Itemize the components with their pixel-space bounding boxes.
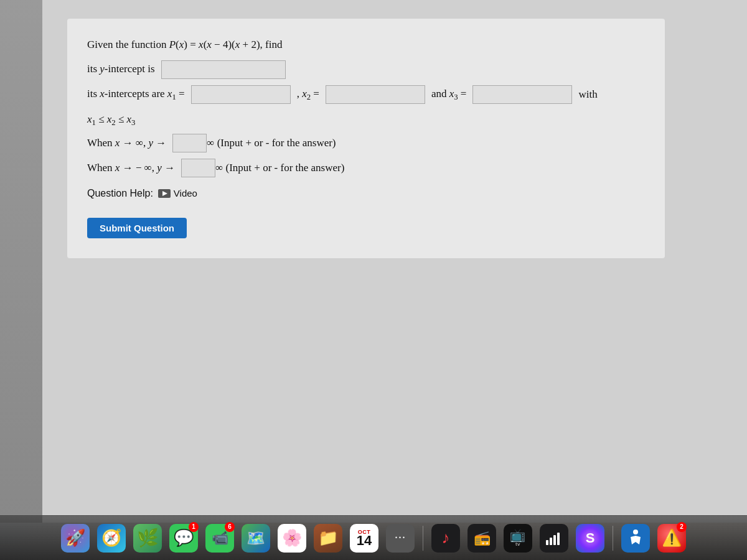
x-intercepts-label: its x-intercepts are x1 = (87, 85, 185, 105)
dots-icon: ··· (386, 524, 415, 553)
submit-button[interactable]: Submit Question (87, 218, 187, 238)
photos2-icon: 🌸 (278, 524, 306, 553)
svg-rect-0 (546, 540, 548, 545)
main-content: Given the function P(x) = x(x − 4)(x + 2… (42, 0, 747, 523)
y-intercept-line: its y-intercept is (87, 60, 645, 79)
pos-inf-line: When x → ∞, y → ∞ (Input + or - for the … (87, 134, 645, 152)
ordering-label: x1 ≤ x2 ≤ x3 (87, 111, 135, 130)
siri-icon: S (576, 524, 604, 553)
svg-rect-1 (550, 538, 552, 545)
dock-item-safari[interactable]: 🧭 (95, 522, 128, 554)
x3-suffix: with (578, 86, 597, 104)
dock-item-photos[interactable]: 🌿 (131, 522, 164, 554)
x1-input[interactable] (191, 85, 291, 104)
video-label: Video (174, 185, 197, 202)
dock-item-more[interactable]: ··· (384, 522, 416, 554)
neg-inf-input[interactable] (181, 159, 215, 177)
dock-item-podcasts[interactable]: 📻 (466, 522, 498, 554)
stocks-icon (540, 524, 568, 553)
svg-rect-3 (557, 533, 560, 545)
question-card: Given the function P(x) = x(x − 4)(x + 2… (67, 19, 665, 258)
dock-item-appletv[interactable]: 📺 tv (502, 522, 534, 554)
x3-input[interactable] (472, 85, 572, 104)
video-button[interactable]: Video (158, 185, 197, 202)
dock-item-photos-library[interactable]: 🌸 (276, 522, 308, 554)
neg-inf-label: When x → − ∞, y → (87, 159, 175, 177)
question-title: Given the function P(x) = x(x − 4)(x + 2… (87, 36, 282, 54)
pos-inf-input[interactable] (172, 134, 207, 152)
calendar-icon: OCT 14 (350, 524, 378, 553)
left-sidebar (0, 0, 42, 523)
dock-separator-1 (423, 526, 423, 551)
x-intercepts-line: its x-intercepts are x1 = , x2 = and x3 … (87, 85, 645, 105)
dock-item-maps[interactable]: 🗺️ (240, 522, 272, 554)
messages-badge: 1 (189, 522, 199, 532)
accessibility-figure-icon (626, 528, 646, 548)
desktop: Given the function P(x) = x(x − 4)(x + 2… (0, 0, 747, 560)
podcasts-icon: 📻 (467, 524, 496, 553)
question-help-line: Question Help: Video (87, 185, 645, 202)
question-help-label: Question Help: (87, 185, 153, 202)
photos-icon: 🌿 (133, 524, 162, 553)
stocks-chart-icon (545, 529, 563, 548)
neg-inf-line: When x → − ∞, y → ∞ (Input + or - for th… (87, 159, 645, 177)
x3-label: and x3 = (431, 85, 467, 105)
y-intercept-label: its y-intercept is (87, 60, 155, 78)
safari-icon: 🧭 (97, 524, 126, 553)
dock-item-messages[interactable]: 💬 1 (167, 522, 200, 554)
svg-rect-2 (553, 535, 556, 545)
folder-icon: 📁 (314, 524, 342, 553)
dock-item-accessibility[interactable] (619, 522, 652, 554)
accessibility-icon (621, 524, 650, 553)
dock-item-alert[interactable]: ⚠️ 2 (655, 522, 688, 554)
dock-item-launchpad[interactable]: 🚀 (59, 522, 92, 554)
appletv-icon: 📺 tv (504, 524, 532, 553)
x2-label: , x2 = (297, 85, 319, 105)
dock: 🚀 🧭 🌿 💬 1 📹 6 🗺️ 🌸 (0, 515, 747, 560)
maps-icon: 🗺️ (242, 524, 270, 553)
music-icon: ♪ (431, 524, 460, 553)
alert-badge: 2 (677, 522, 687, 532)
rocket-icon: 🚀 (61, 524, 90, 553)
y-intercept-input[interactable] (161, 60, 286, 79)
dock-separator-2 (613, 526, 613, 551)
facetime-badge: 6 (225, 522, 235, 532)
dock-item-calendar[interactable]: OCT 14 (348, 522, 380, 554)
dock-item-facetime[interactable]: 📹 6 (204, 522, 236, 554)
neg-inf-suffix: ∞ (Input + or - for the answer) (215, 159, 344, 177)
pos-inf-suffix: ∞ (Input + or - for the answer) (207, 134, 336, 152)
pos-inf-label: When x → ∞, y → (87, 134, 166, 152)
ordering-line: x1 ≤ x2 ≤ x3 (87, 111, 645, 130)
dock-item-stocks[interactable] (538, 522, 570, 554)
dock-item-siri[interactable]: S (574, 522, 606, 554)
svg-point-4 (633, 530, 638, 534)
question-title-line: Given the function P(x) = x(x − 4)(x + 2… (87, 36, 645, 54)
dock-item-music[interactable]: ♪ (430, 522, 462, 554)
video-icon (158, 189, 171, 198)
dock-item-folder[interactable]: 📁 (312, 522, 344, 554)
x2-input[interactable] (326, 85, 425, 104)
